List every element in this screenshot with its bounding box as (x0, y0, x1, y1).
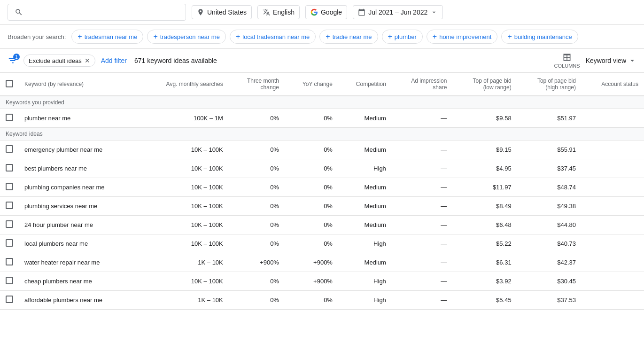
account-status-cell (582, 197, 644, 216)
avg-monthly-cell: 10K – 100K (140, 178, 229, 197)
ad-impression-cell: — (392, 159, 452, 178)
add-filter-button[interactable]: Add filter (101, 57, 127, 64)
row-checkbox-cell (0, 234, 19, 253)
avg-monthly-cell: 1K – 10K (140, 291, 229, 310)
broaden-chip-label-0: tradesman near me (85, 33, 138, 40)
table-body: Keywords you providedplumber near me100K… (0, 96, 644, 310)
search-icon (15, 8, 23, 16)
yoy-cell: 0% (285, 197, 338, 216)
table-row: plumbing services near me10K – 100K0%0%M… (0, 197, 644, 216)
yoy-cell: 0% (285, 178, 338, 197)
avg-monthly-cell: 10K – 100K (140, 272, 229, 291)
ad-impression-cell: — (392, 216, 452, 234)
account-status-cell (582, 272, 644, 291)
competition-cell: High (338, 234, 392, 253)
row-checkbox-cell (0, 159, 19, 178)
ad-impression-cell: — (392, 253, 452, 272)
account-status-cell (582, 253, 644, 272)
row-checkbox[interactable] (6, 202, 13, 209)
broaden-chip-0[interactable]: + tradesman near me (71, 30, 143, 44)
search-box[interactable]: plumber near me (8, 4, 186, 21)
three-month-cell: 0% (229, 197, 285, 216)
top-bid-low-cell: $5.22 (452, 234, 517, 253)
avg-monthly-cell: 10K – 100K (140, 197, 229, 216)
three-month-cell: +900% (229, 253, 285, 272)
keyword-cell: local plumbers near me (19, 234, 140, 253)
section-row: Keywords you provided (0, 96, 644, 109)
competition-cell: Medium (338, 178, 392, 197)
row-checkbox[interactable] (6, 145, 13, 153)
keyword-table-container: Keyword (by relevance) Avg. monthly sear… (0, 73, 644, 310)
keyword-cell: cheap plumbers near me (19, 272, 140, 291)
row-checkbox[interactable] (6, 164, 13, 172)
ideas-count: 671 keyword ideas available (134, 57, 217, 64)
top-bid-low-cell: $6.31 (452, 253, 517, 272)
avg-monthly-cell: 10K – 100K (140, 159, 229, 178)
row-checkbox[interactable] (6, 258, 13, 265)
competition-cell: Medium (338, 140, 392, 159)
top-bid-high-cell: $44.80 (517, 216, 582, 234)
competition-cell: Medium (338, 253, 392, 272)
header-keyword: Keyword (by relevance) (19, 73, 140, 96)
broaden-chip-label-6: building maintenance (514, 33, 572, 40)
search-engine-selector[interactable]: Google (305, 5, 347, 19)
broaden-label: Broaden your search: (8, 33, 66, 40)
date-range-selector[interactable]: Jul 2021 – Jun 2022 (353, 5, 443, 19)
close-icon[interactable]: ✕ (85, 57, 90, 64)
chevron-down-icon (430, 8, 438, 16)
table-row: local plumbers near me10K – 100K0%0%High… (0, 234, 644, 253)
broaden-chip-4[interactable]: + plumber (382, 30, 423, 44)
top-bid-low-cell: $8.49 (452, 197, 517, 216)
google-icon (310, 8, 318, 16)
top-bid-high-cell: $49.38 (517, 197, 582, 216)
top-bid-high-cell: $48.74 (517, 178, 582, 197)
broaden-chip-3[interactable]: + tradie near me (319, 30, 378, 44)
keyword-cell: plumbing services near me (19, 197, 140, 216)
keyword-cell: affordable plumbers near me (19, 291, 140, 310)
account-status-cell (582, 140, 644, 159)
translate-icon (263, 8, 270, 16)
broaden-chip-6[interactable]: + building maintenance (501, 30, 578, 44)
row-checkbox-cell (0, 216, 19, 234)
ad-impression-cell: — (392, 291, 452, 310)
table-row: 24 hour plumber near me10K – 100K0%0%Med… (0, 216, 644, 234)
top-bid-low-cell: $11.97 (452, 178, 517, 197)
account-status-cell (582, 109, 644, 128)
header-yoy: YoY change (285, 73, 338, 96)
header-top-bid-high: Top of page bid(high range) (517, 73, 582, 96)
keyword-view-button[interactable]: Keyword view (586, 56, 636, 65)
ad-impression-cell: — (392, 109, 452, 128)
language-selector[interactable]: English (257, 5, 300, 19)
plus-icon: + (507, 32, 512, 41)
competition-cell: Medium (338, 216, 392, 234)
broaden-chip-5[interactable]: + home improvement (427, 30, 498, 44)
header-ad-impression: Ad impressionshare (392, 73, 452, 96)
header-top-bid-low: Top of page bid(low range) (452, 73, 517, 96)
exclude-chip-label: Exclude adult ideas (29, 57, 82, 64)
row-checkbox[interactable] (6, 220, 13, 228)
header-competition: Competition (338, 73, 392, 96)
row-checkbox[interactable] (6, 114, 13, 121)
row-checkbox[interactable] (6, 183, 13, 190)
competition-cell: Medium (338, 109, 392, 128)
notification-badge: 1 (13, 54, 20, 60)
keyword-cell: emergency plumber near me (19, 140, 140, 159)
row-checkbox[interactable] (6, 277, 13, 284)
filter-icon-button[interactable]: 1 (8, 55, 18, 66)
search-input[interactable]: plumber near me (28, 8, 179, 16)
top-bid-high-cell: $40.73 (517, 234, 582, 253)
ad-impression-cell: — (392, 197, 452, 216)
top-bid-low-cell: $4.95 (452, 159, 517, 178)
columns-button[interactable]: COLUMNS (554, 53, 580, 69)
plus-icon: + (78, 32, 82, 41)
broaden-chip-2[interactable]: + local tradesman near me (230, 30, 316, 44)
broaden-chip-1[interactable]: + tradesperson near me (147, 30, 226, 44)
row-checkbox[interactable] (6, 239, 13, 247)
row-checkbox[interactable] (6, 296, 13, 303)
exclude-adult-chip[interactable]: Exclude adult ideas ✕ (23, 55, 95, 67)
select-all-checkbox[interactable] (6, 80, 13, 87)
three-month-cell: 0% (229, 291, 285, 310)
location-selector[interactable]: United States (192, 5, 252, 19)
plus-icon: + (236, 32, 240, 41)
yoy-cell: 0% (285, 140, 338, 159)
